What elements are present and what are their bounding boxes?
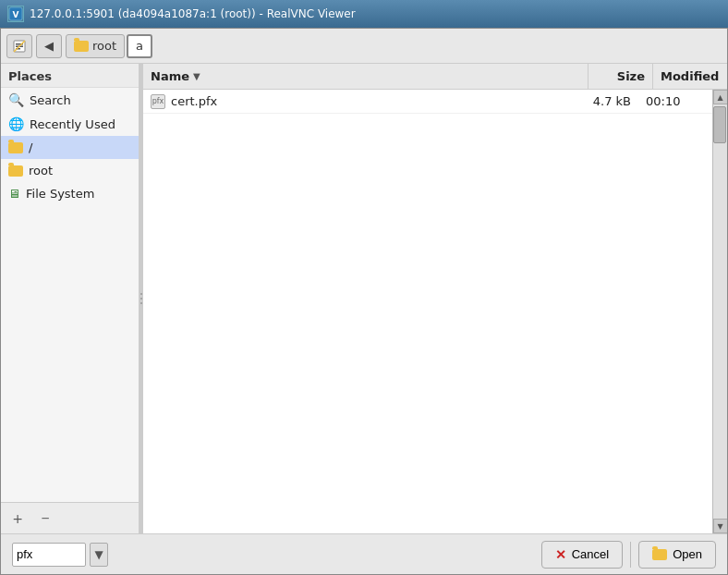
sidebar-items: 🔍 Search 🌐 Recently Used / root 🖥	[1, 88, 139, 502]
sort-indicator: ▼	[193, 71, 200, 81]
column-name[interactable]: Name ▼	[143, 64, 588, 89]
filter-input[interactable]	[12, 543, 86, 567]
app-icon: V	[7, 6, 24, 22]
main-area: Places 🔍 Search 🌐 Recently Used / root	[1, 64, 727, 533]
file-cell-name: pfx cert.pfx	[143, 94, 574, 109]
sidebar-item-filesystem[interactable]: 🖥 File System	[1, 182, 139, 205]
file-cell-size: 4.7 kB	[574, 94, 638, 108]
filter-dropdown-btn[interactable]: ▼	[90, 543, 108, 567]
folder-icon-home	[8, 165, 23, 177]
sidebar-item-root-fs[interactable]: /	[1, 136, 139, 159]
folder-icon	[74, 41, 89, 52]
scroll-down-btn[interactable]: ▼	[713, 519, 728, 533]
edit-toolbar-btn[interactable]	[6, 34, 32, 58]
sidebar-item-root-home[interactable]: root	[1, 159, 139, 182]
dialog-toolbar: ◀ root a	[1, 29, 727, 64]
file-cell-modified: 00:10	[638, 94, 712, 108]
open-file-dialog: ◀ root a Places 🔍 Search 🌐	[0, 28, 728, 575]
breadcrumb-a[interactable]: a	[127, 34, 152, 58]
scroll-up-btn[interactable]: ▲	[713, 90, 728, 104]
window-title: 127.0.0.1:5901 (da4094a1087a:1 (root)) -…	[30, 7, 721, 20]
sidebar: Places 🔍 Search 🌐 Recently Used / root	[1, 64, 140, 533]
file-area: Name ▼ Size Modified pfx cert.p	[143, 64, 727, 533]
sidebar-footer: + ─	[1, 502, 139, 533]
table-row[interactable]: pfx cert.pfx 4.7 kB 00:10	[143, 90, 712, 114]
button-divider	[630, 542, 631, 568]
file-list-header: Name ▼ Size Modified	[143, 64, 727, 90]
add-bookmark-btn[interactable]: +	[6, 508, 29, 530]
breadcrumb-area: root a	[66, 34, 152, 58]
filter-area: ▼	[12, 543, 108, 567]
svg-text:V: V	[13, 10, 19, 19]
column-modified[interactable]: Modified	[653, 64, 727, 89]
back-btn[interactable]: ◀	[36, 34, 62, 58]
open-icon	[652, 549, 667, 560]
file-icon: pfx	[151, 94, 165, 109]
bottom-bar: ▼ ✕ Cancel Open	[1, 533, 727, 574]
scroll-thumb[interactable]	[713, 106, 726, 143]
sidebar-item-recently-used[interactable]: 🌐 Recently Used	[1, 112, 139, 136]
folder-icon-root	[8, 142, 23, 153]
file-list: pfx cert.pfx 4.7 kB 00:10	[143, 90, 712, 533]
remove-bookmark-btn[interactable]: ─	[34, 508, 56, 530]
title-bar: V 127.0.0.1:5901 (da4094a1087a:1 (root))…	[0, 0, 728, 28]
filesystem-icon: 🖥	[8, 187, 20, 201]
vertical-scrollbar[interactable]: ▲ ▼	[712, 90, 727, 533]
column-size[interactable]: Size	[588, 64, 653, 89]
search-icon: 🔍	[8, 92, 24, 107]
file-list-container: pfx cert.pfx 4.7 kB 00:10 ▲ ▼	[143, 90, 727, 533]
cancel-icon: ✕	[555, 547, 566, 562]
sidebar-item-search[interactable]: 🔍 Search	[1, 88, 139, 112]
sidebar-header: Places	[1, 64, 139, 88]
breadcrumb-root[interactable]: root	[66, 34, 125, 58]
open-button[interactable]: Open	[638, 541, 716, 569]
globe-icon: 🌐	[8, 116, 24, 131]
scroll-track[interactable]	[713, 104, 727, 519]
cancel-button[interactable]: ✕ Cancel	[541, 541, 623, 569]
